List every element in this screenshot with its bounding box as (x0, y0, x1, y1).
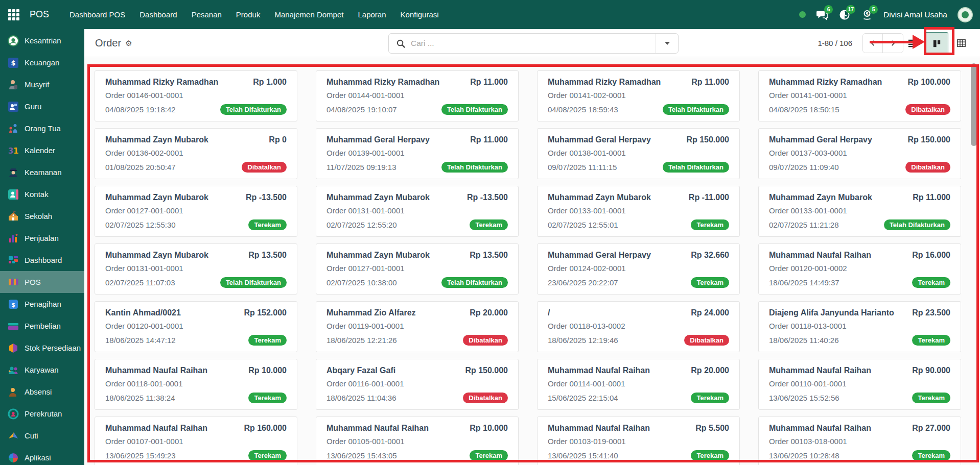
order-card[interactable]: Kantin Ahmad/0021Rp 152.000Order 00120-0… (95, 301, 297, 352)
card-datetime: 02/07/2025 12:55:20 (326, 221, 397, 229)
order-card[interactable]: /Rp 24.000Order 00118-013-000218/06/2025… (537, 301, 740, 352)
svg-text:3: 3 (8, 146, 13, 156)
card-order-number: Order 00127-001-0001 (326, 264, 508, 273)
card-status-badge: Dibatalkan (463, 393, 508, 403)
order-card[interactable]: Muhammad Naufal RaihanRp 16.000Order 001… (758, 243, 961, 295)
top-menu-item-laporan[interactable]: Laporan (351, 0, 393, 29)
order-card[interactable]: Muhammad Naufal RaihanRp 20.000Order 001… (537, 359, 740, 410)
sidebar-item-penjualan[interactable]: Penjualan (0, 227, 84, 249)
order-card[interactable]: Muhammad Naufal RaihanRp 10.000Order 001… (95, 359, 297, 410)
sidebar-item-label: Sekolah (25, 212, 52, 221)
sidebar-item-label: Keamanan (25, 168, 62, 177)
card-datetime: 18/06/2025 12:19:46 (548, 336, 618, 345)
card-datetime: 18/06/2025 11:04:36 (326, 394, 396, 402)
search-filter-toggle[interactable] (656, 34, 678, 53)
top-menu-item-produk[interactable]: Produk (229, 0, 268, 29)
card-customer-name: Muhammad Zayn Mubarok (769, 193, 872, 202)
card-datetime: 04/08/2025 19:18:42 (105, 105, 176, 114)
card-datetime: 15/06/2025 22:15:04 (548, 394, 618, 402)
order-card[interactable]: Muhammad Geral HerpavyRp 11.000Order 001… (316, 128, 519, 179)
order-card[interactable]: Muhammad Zio AlfarezRp 20.000Order 00119… (316, 301, 519, 352)
list-view-button[interactable] (902, 34, 922, 53)
pagination-label: 1-80 / 106 (818, 29, 852, 57)
card-customer-name: Muhammad Naufal Raihan (326, 424, 429, 433)
order-card[interactable]: Muhammad Naufal RaihanRp 90.000Order 001… (758, 359, 961, 410)
card-amount: Rp 100.000 (907, 78, 950, 87)
top-menu-item-manajemen-dompet[interactable]: Manajemen Dompet (267, 0, 351, 29)
order-card[interactable]: Muhammad Naufal RaihanRp 160.000Order 00… (95, 417, 297, 465)
order-card[interactable]: Diajeng Alifa Janyunda HariantoRp 23.500… (758, 301, 961, 352)
sidebar-item-pos[interactable]: POS (0, 271, 84, 293)
kanban-view-button[interactable] (925, 32, 948, 55)
card-customer-name: Kantin Ahmad/0021 (105, 308, 181, 317)
top-menu-item-pesanan[interactable]: Pesanan (184, 0, 229, 29)
sidebar-item-guru[interactable]: Guru (0, 95, 84, 117)
apps-grid-icon[interactable] (8, 9, 19, 20)
sidebar-item-kesantrian[interactable]: Kesantrian (0, 30, 84, 52)
sidebar-item-cuti[interactable]: Cuti (0, 425, 84, 447)
sidebar-item-stok-persediaan[interactable]: Stok Persediaan (0, 337, 84, 359)
sidebar-item-pembelian[interactable]: Pembelian (0, 315, 84, 337)
order-card[interactable]: Muhammad Naufal RaihanRp 27.000Order 001… (758, 417, 961, 465)
invoicing-icon: $ (8, 299, 19, 310)
card-datetime: 13/06/2025 15:41:40 (548, 451, 618, 460)
top-menu-item-dashboard-pos[interactable]: Dashboard POS (62, 0, 132, 29)
sidebar-item-keuangan[interactable]: $Keuangan (0, 52, 84, 74)
sidebar-item-sekolah[interactable]: Sekolah (0, 205, 84, 227)
sidebar-item-penagihan[interactable]: $Penagihan (0, 293, 84, 315)
sidebar-item-dashboard[interactable]: Dashboard (0, 249, 84, 271)
sidebar-item-musyrif[interactable]: Musyrif (0, 74, 84, 95)
activities-clock-icon[interactable]: 17 (838, 9, 851, 21)
order-card[interactable]: Muhammad Rizky RamadhanRp 11.000Order 00… (316, 70, 519, 121)
order-card[interactable]: Muhammad Zayn MubarokRp -13.500Order 001… (95, 186, 297, 237)
order-card[interactable]: Muhammad Zayn MubarokRp 13.500Order 0012… (316, 243, 519, 295)
order-card[interactable]: Muhammad Zayn MubarokRp -11.000Order 001… (537, 186, 740, 237)
user-name[interactable]: Divisi Amal Usaha (883, 10, 947, 19)
card-status-badge: Terekam (691, 277, 729, 288)
sidebar-item-perekrutan[interactable]: Perekrutan (0, 403, 84, 425)
card-datetime: 13/06/2025 15:49:23 (105, 451, 176, 460)
wallet-icon[interactable]: $ 5 (861, 9, 873, 21)
next-page-button[interactable] (883, 34, 903, 53)
card-order-number: Order 00120-001-0001 (105, 322, 287, 330)
order-card[interactable]: Muhammad Rizky RamadhanRp 100.000Order 0… (758, 70, 961, 121)
order-card[interactable]: Muhammad Rizky RamadhanRp 1.000Order 001… (95, 70, 297, 121)
top-menu-item-konfigurasi[interactable]: Konfigurasi (393, 0, 446, 29)
sales-icon (8, 233, 19, 244)
sidebar-item-kalender[interactable]: 31Kalender (0, 139, 84, 161)
sidebar-item-orang-tua[interactable]: Orang Tua (0, 117, 84, 139)
order-card[interactable]: Muhammad Zayn MubarokRp 13.500Order 0013… (95, 243, 297, 295)
order-card[interactable]: Abqary Fazal GafiRp 150.000Order 00116-0… (316, 359, 519, 410)
order-card[interactable]: Muhammad Naufal RaihanRp 5.500Order 0010… (537, 417, 740, 465)
top-menu: Dashboard POSDashboardPesananProdukManaj… (62, 0, 446, 29)
order-card[interactable]: Muhammad Zayn MubarokRp -13.500Order 001… (316, 186, 519, 237)
kesantrian-icon (8, 35, 19, 46)
app-brand[interactable]: POS (30, 9, 49, 20)
order-card[interactable]: Muhammad Geral HerpavyRp 150.000Order 00… (537, 128, 740, 179)
sidebar-item-kontak[interactable]: Kontak (0, 183, 84, 205)
order-card[interactable]: Muhammad Zayn MubarokRp 11.000Order 0013… (758, 186, 961, 237)
card-customer-name: / (548, 308, 550, 317)
card-status-badge: Terekam (912, 335, 950, 346)
order-card[interactable]: Muhammad Geral HerpavyRp 32.660Order 001… (537, 243, 740, 295)
sidebar-item-aplikasi[interactable]: Aplikasi (0, 447, 84, 465)
search-input[interactable] (411, 39, 656, 48)
vertical-scrollbar[interactable] (971, 63, 977, 146)
user-avatar[interactable] (958, 7, 973, 22)
order-card[interactable]: Muhammad Naufal RaihanRp 10.000Order 001… (316, 417, 519, 465)
order-card[interactable]: Muhammad Rizky RamadhanRp 11.000Order 00… (537, 70, 740, 121)
gear-icon[interactable]: ⚙ (125, 39, 132, 48)
sidebar-item-absensi[interactable]: Absensi (0, 381, 84, 403)
pivot-view-button[interactable] (951, 34, 971, 53)
order-card[interactable]: Muhammad Zayn MubarokRp 0Order 00136-002… (95, 128, 297, 179)
card-amount: Rp 150.000 (465, 366, 508, 375)
messages-icon[interactable]: 6 (816, 9, 828, 21)
top-menu-item-dashboard[interactable]: Dashboard (132, 0, 184, 29)
card-datetime: 13/06/2025 15:52:56 (769, 394, 839, 402)
sidebar-item-karyawan[interactable]: Karyawan (0, 359, 84, 381)
order-card[interactable]: Muhammad Geral HerpavyRp 150.000Order 00… (758, 128, 961, 179)
sidebar-item-keamanan[interactable]: Keamanan (0, 161, 84, 183)
svg-text:$: $ (11, 301, 15, 308)
card-customer-name: Muhammad Naufal Raihan (105, 366, 207, 375)
prev-page-button[interactable] (863, 34, 883, 53)
